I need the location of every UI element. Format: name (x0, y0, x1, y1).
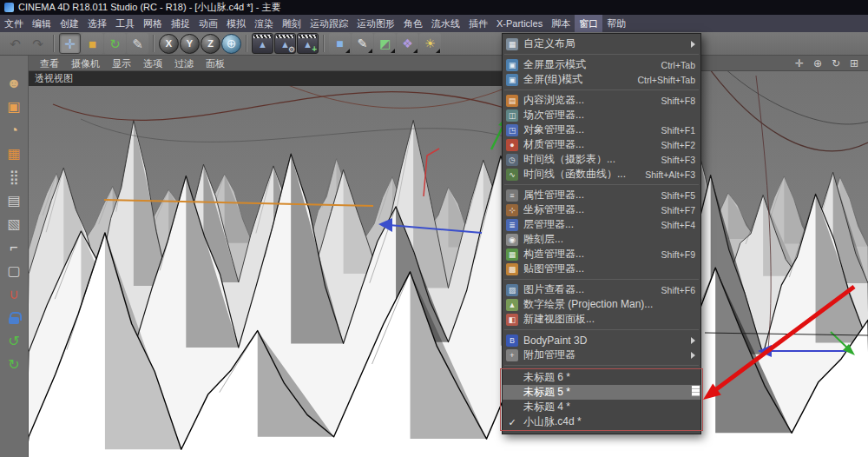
viewport-select-icon[interactable]: ▢ (3, 261, 25, 281)
menu-item[interactable]: ◧新建视图面板... (503, 312, 700, 327)
render-settings-button[interactable]: ▲ (274, 33, 296, 54)
menu-item[interactable]: ▦自定义布局 (503, 36, 700, 51)
menu-item[interactable]: ▨图片查看器...Shift+F6 (503, 282, 700, 297)
menubar-item[interactable]: 文件 (0, 15, 28, 32)
menubar-item[interactable]: 运动跟踪 (306, 15, 352, 32)
menu-item[interactable]: +附加管理器 (503, 348, 700, 362)
generator-button[interactable]: ◩ (374, 33, 396, 54)
menubar-item[interactable]: 脚本 (547, 15, 575, 32)
rotate-tool-button[interactable]: ↻ (104, 33, 126, 54)
spline-pen-button[interactable]: ✎ (352, 33, 373, 54)
menu-item[interactable]: 未标题 4 * (503, 400, 700, 414)
submenu-arrow-icon (691, 41, 695, 48)
menubar-item[interactable]: 渲染 (250, 15, 278, 32)
menu-item[interactable]: ◉雕刻层... (503, 232, 700, 247)
redo-button[interactable]: ↷ (27, 33, 49, 54)
model-mode-icon-glyph: ◔ (10, 123, 18, 137)
viewport-menu-item[interactable]: 面板 (200, 56, 231, 71)
render-queue-button[interactable]: ▲ (297, 33, 319, 54)
lock-icon[interactable] (3, 308, 25, 328)
render-view-button[interactable]: ▲ (252, 33, 273, 54)
menu-item[interactable]: ▲数字绘景 (Projection Man)... (503, 297, 700, 312)
polygon-mode-icon[interactable]: ▧ (3, 214, 25, 235)
menu-item[interactable]: ≡属性管理器...Shift+F5 (503, 188, 700, 202)
make-editable-icon[interactable]: ▣ (3, 96, 25, 117)
menu-item[interactable]: ▣全屏(组)模式Ctrl+Shift+Tab (503, 72, 700, 87)
point-mode-icon[interactable]: ⣿ (3, 167, 25, 188)
menubar-item[interactable]: 编辑 (28, 15, 56, 32)
snap-icon[interactable]: ∪ (3, 284, 25, 305)
menubar-item[interactable]: 雕刻 (278, 15, 306, 32)
menu-item[interactable]: ◷时间线（摄影表）...Shift+F3 (503, 152, 700, 167)
menubar-item[interactable]: 模拟 (222, 15, 250, 32)
menu-separator (504, 184, 699, 185)
undo-button[interactable]: ↶ (4, 33, 26, 54)
menu-item[interactable]: ◳对象管理器...Shift+F1 (503, 123, 700, 137)
primitive-cube-button[interactable]: ■ (329, 33, 351, 54)
viewport-menu-item[interactable]: 查看 (34, 56, 65, 71)
x-axis-lock-button[interactable]: X (159, 34, 179, 54)
menubar-item[interactable]: 动画 (194, 15, 222, 32)
texture-mode-icon[interactable]: ▦ (3, 143, 25, 164)
menubar-item[interactable]: 角色 (399, 15, 427, 32)
z-axis-lock-button[interactable]: Z (201, 34, 220, 54)
menubar-item[interactable]: 帮助 (602, 15, 630, 32)
menubar-item[interactable]: 流水线 (427, 15, 464, 32)
menubar-item[interactable]: 插件 (464, 15, 492, 32)
viewport-menu-item[interactable]: 显示 (106, 56, 137, 71)
menu-item[interactable]: ▩贴图管理器... (503, 262, 700, 276)
viewport-menu-item[interactable]: 过滤 (168, 56, 200, 71)
menu-item[interactable]: BBodyPaint 3D (503, 333, 700, 348)
menu-item[interactable]: ▤内容浏览器...Shift+F8 (503, 93, 700, 108)
menubar-item[interactable]: 选择 (83, 15, 111, 32)
axis-mode-icon[interactable]: ⌐ (3, 237, 25, 258)
menubar-item[interactable]: 网格 (139, 15, 167, 32)
menubar-item-window-active[interactable]: 窗口 (575, 15, 602, 32)
scale-normals-icon[interactable]: ↻ (3, 354, 25, 375)
rotate-view-icon[interactable]: ↻ (829, 57, 843, 70)
last-used-tool-button[interactable]: ✎ (127, 33, 148, 54)
bodypaint-mode-icon[interactable]: ☻ (3, 73, 25, 94)
menu-item[interactable]: ⊹坐标管理器...Shift+F7 (503, 202, 700, 217)
toggle-views-icon[interactable]: ⊞ (847, 57, 861, 70)
menu-item[interactable]: ▣全屏显示模式Ctrl+Tab (503, 57, 700, 72)
zoom-view-icon[interactable]: ⊕ (811, 57, 825, 70)
perspective-viewport[interactable]: 透视视图 (29, 71, 868, 457)
menu-item-label: 坐标管理器... (523, 202, 656, 217)
menu-item-label: 对象管理器... (523, 123, 656, 137)
model-mode-icon[interactable]: ◔ (3, 120, 25, 141)
deformer-button[interactable]: ❖ (397, 33, 418, 54)
menu-item[interactable]: ≣层管理器...Shift+F4 (503, 217, 700, 232)
menubar-item[interactable]: X-Particles (492, 15, 547, 32)
rotate-normals-icon[interactable]: ↺ (3, 331, 25, 352)
menubar-item[interactable]: 运动图形 (352, 15, 399, 32)
edge-mode-icon[interactable]: ▤ (3, 190, 25, 211)
axis-mode-icon-glyph: ⌐ (10, 241, 17, 255)
menu-item-shortcut: Ctrl+Shift+Tab (637, 75, 695, 85)
menubar-item[interactable]: 创建 (56, 15, 83, 32)
fullscreen-icon: ▣ (506, 59, 518, 71)
menu-item[interactable]: ●材质管理器...Shift+F2 (503, 137, 700, 152)
pan-view-icon[interactable]: ✛ (792, 57, 806, 70)
y-axis-lock-button[interactable]: Y (180, 34, 200, 54)
menu-item[interactable]: 未标题 6 * (503, 370, 700, 385)
coordinate-system-button[interactable]: ⊕ (221, 34, 241, 54)
app-icon (4, 3, 14, 12)
menu-item[interactable]: ✓小山脉.c4d * (503, 414, 700, 429)
menu-item[interactable]: ∿时间线（函数曲线）...Shift+Alt+F3 (503, 167, 700, 182)
viewport-nav-controls: ✛⊕↻⊞ (792, 57, 868, 70)
viewport-menu-item[interactable]: 摄像机 (65, 56, 106, 71)
menu-item-label: 属性管理器... (523, 188, 656, 202)
move-tool-button[interactable]: ✛ (59, 33, 81, 54)
menu-item[interactable]: ◫场次管理器... (503, 108, 700, 123)
sculpt-layers-icon: ◉ (506, 234, 518, 246)
menubar-item[interactable]: 捕捉 (167, 15, 194, 32)
viewport-canvas[interactable] (29, 71, 868, 457)
menu-item[interactable]: 未标题 5 * (503, 385, 700, 400)
environment-button[interactable]: ☀ (419, 33, 441, 54)
menu-item[interactable]: ▦构造管理器...Shift+F9 (503, 247, 700, 262)
menubar-item[interactable]: 工具 (111, 15, 139, 32)
viewport-menu-item[interactable]: 选项 (137, 56, 168, 71)
checkmark-icon: ✓ (506, 416, 518, 428)
scale-tool-button[interactable]: ■ (82, 33, 103, 54)
